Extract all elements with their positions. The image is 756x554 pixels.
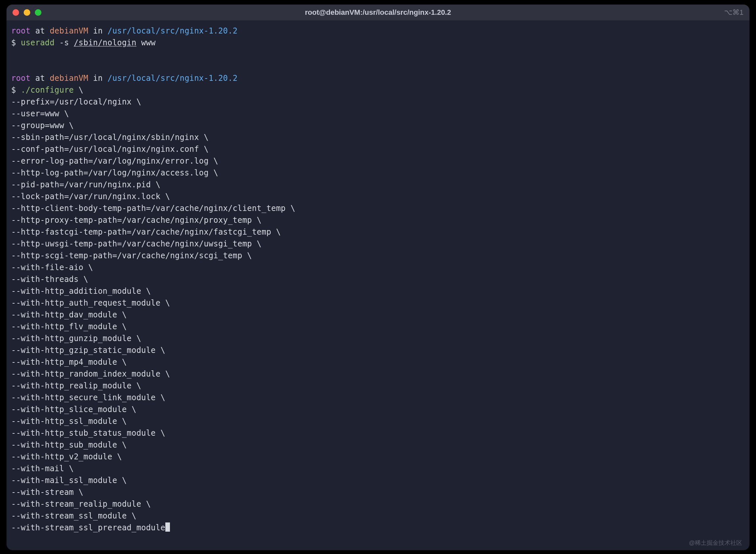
configure-arg-line: --with-stream_realip_module \	[11, 498, 745, 510]
configure-arg-line: --with-threads \	[11, 273, 745, 285]
shortcut-hint: ⌥⌘1	[724, 8, 744, 17]
configure-arg-line: --with-http_mp4_module \	[11, 356, 745, 368]
traffic-lights	[12, 9, 41, 16]
configure-arg-line: --with-http_realip_module \	[11, 380, 745, 392]
terminal-body[interactable]: root at debianVM in /usr/local/src/nginx…	[7, 20, 749, 534]
prompt-user: root	[11, 26, 31, 36]
configure-arg-line: --user=www \	[11, 108, 745, 120]
configure-arg-line: --http-client-body-temp-path=/var/cache/…	[11, 203, 745, 214]
configure-arg-line: --with-http_dav_module \	[11, 309, 745, 321]
configure-arg-line: --error-log-path=/var/log/nginx/error.lo…	[11, 155, 745, 167]
titlebar: root@debianVM:/usr/local/src/nginx-1.20.…	[7, 5, 749, 20]
configure-arg-line: --http-fastcgi-temp-path=/var/cache/ngin…	[11, 226, 745, 238]
configure-arg-line: --http-scgi-temp-path=/var/cache/nginx/s…	[11, 250, 745, 262]
cmd-configure: ./configure	[21, 86, 74, 95]
prompt-user: root	[11, 73, 31, 83]
prompt-line-1: root at debianVM in /usr/local/src/nginx…	[11, 25, 745, 37]
zoom-icon[interactable]	[35, 9, 41, 16]
prompt-path: /usr/local/src/nginx-1.20.2	[107, 26, 238, 36]
prompt-in: in	[88, 73, 107, 83]
configure-arg-line: --with-mail_ssl_module \	[11, 475, 745, 486]
cmd-arg-nologin: /sbin/nologin	[74, 38, 136, 47]
terminal-window: root@debianVM:/usr/local/src/nginx-1.20.…	[7, 5, 749, 550]
configure-arg-line: --prefix=/usr/local/nginx \	[11, 96, 745, 108]
configure-arg-line: --with-http_v2_module \	[11, 451, 745, 463]
prompt-dollar: $	[11, 38, 21, 47]
blank-line	[11, 49, 745, 60]
prompt-path: /usr/local/src/nginx-1.20.2	[107, 73, 238, 83]
configure-arg-line: --pid-path=/var/run/nginx.pid \	[11, 179, 745, 190]
cmd-cont: \	[74, 86, 83, 95]
cmd-flag: -s	[55, 38, 74, 47]
configure-arg-line: --group=www \	[11, 120, 745, 131]
configure-arg-line: --with-http_sub_module \	[11, 439, 745, 451]
window-title: root@debianVM:/usr/local/src/nginx-1.20.…	[7, 8, 749, 17]
cmd-arg-www: www	[137, 38, 156, 47]
configure-arg-line: --with-http_auth_request_module \	[11, 297, 745, 309]
configure-arg-line: --with-http_stub_status_module \	[11, 427, 745, 439]
blank-line	[11, 60, 745, 72]
configure-arg-line: --with-mail \	[11, 463, 745, 475]
cmd-useradd: useradd	[21, 38, 55, 47]
configure-arg-line: --http-log-path=/var/log/nginx/access.lo…	[11, 167, 745, 179]
configure-arg-line: --lock-path=/var/run/nginx.lock \	[11, 190, 745, 203]
prompt-in: in	[88, 26, 107, 36]
configure-arg-line: --with-http_slice_module \	[11, 403, 745, 416]
configure-arg-line: --with-http_gunzip_module \	[11, 333, 745, 344]
minimize-icon[interactable]	[24, 9, 30, 16]
configure-arg-line: --with-stream_ssl_module \	[11, 510, 745, 522]
prompt-at: at	[31, 73, 50, 83]
configure-arg-line: --with-file-aio \	[11, 262, 745, 273]
command-line-1: $ useradd -s /sbin/nologin www	[11, 37, 745, 49]
configure-arg-line: --http-proxy-temp-path=/var/cache/nginx/…	[11, 214, 745, 226]
command-line-2: $ ./configure \	[11, 84, 745, 96]
configure-arg-line: --with-http_flv_module \	[11, 321, 745, 333]
watermark: @稀土掘金技术社区	[689, 539, 742, 547]
cursor-icon	[165, 522, 170, 532]
close-icon[interactable]	[12, 9, 19, 16]
configure-arg-line: --with-stream \	[11, 486, 745, 498]
configure-arg-line: --sbin-path=/usr/local/nginx/sbin/nginx …	[11, 131, 745, 143]
prompt-line-2: root at debianVM in /usr/local/src/nginx…	[11, 72, 745, 84]
configure-arg-line: --with-http_secure_link_module \	[11, 392, 745, 403]
configure-arg-line: --with-http_ssl_module \	[11, 416, 745, 427]
configure-arg-line: --with-http_addition_module \	[11, 285, 745, 297]
prompt-dollar: $	[11, 86, 21, 95]
configure-arg-line: --conf-path=/usr/local/nginx/nginx.conf …	[11, 143, 745, 155]
configure-arg-line: --http-uwsgi-temp-path=/var/cache/nginx/…	[11, 238, 745, 250]
prompt-at: at	[31, 26, 50, 36]
configure-arg-line: --with-http_gzip_static_module \	[11, 344, 745, 356]
prompt-host: debianVM	[50, 26, 88, 36]
prompt-host: debianVM	[50, 73, 88, 83]
configure-arg-line: --with-stream_ssl_preread_module	[11, 522, 745, 534]
configure-arg-line: --with-http_random_index_module \	[11, 368, 745, 380]
